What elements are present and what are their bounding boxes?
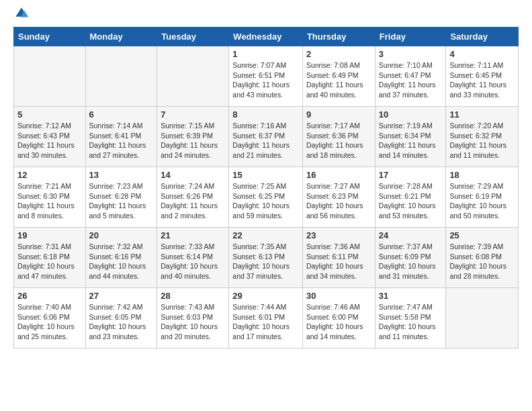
day-number: 27 <box>89 291 154 301</box>
calendar-cell: 16Sunrise: 7:27 AM Sunset: 6:23 PM Dayli… <box>302 167 375 228</box>
day-number: 8 <box>232 109 299 120</box>
week-row-5: 26Sunrise: 7:40 AM Sunset: 6:06 PM Dayli… <box>14 288 519 349</box>
calendar-cell: 19Sunrise: 7:31 AM Sunset: 6:18 PM Dayli… <box>14 228 86 288</box>
day-info: Sunrise: 7:32 AM Sunset: 6:16 PM Dayligh… <box>89 242 154 281</box>
calendar-cell: 17Sunrise: 7:28 AM Sunset: 6:21 PM Dayli… <box>375 167 446 228</box>
day-number: 28 <box>161 291 225 301</box>
day-info: Sunrise: 7:14 AM Sunset: 6:41 PM Dayligh… <box>89 121 154 161</box>
day-info: Sunrise: 7:31 AM Sunset: 6:18 PM Dayligh… <box>17 242 82 281</box>
week-row-4: 19Sunrise: 7:31 AM Sunset: 6:18 PM Dayli… <box>14 228 519 288</box>
calendar-cell: 6Sunrise: 7:14 AM Sunset: 6:41 PM Daylig… <box>85 107 157 167</box>
day-info: Sunrise: 7:46 AM Sunset: 6:00 PM Dayligh… <box>306 302 371 342</box>
header-day-saturday: Saturday <box>446 28 519 46</box>
day-number: 23 <box>306 230 371 240</box>
day-number: 21 <box>161 230 225 240</box>
calendar-cell: 2Sunrise: 7:08 AM Sunset: 6:49 PM Daylig… <box>302 46 375 107</box>
day-info: Sunrise: 7:39 AM Sunset: 6:08 PM Dayligh… <box>449 242 515 281</box>
day-number: 26 <box>17 291 82 301</box>
calendar-cell: 18Sunrise: 7:29 AM Sunset: 6:19 PM Dayli… <box>446 167 519 228</box>
week-row-3: 12Sunrise: 7:21 AM Sunset: 6:30 PM Dayli… <box>14 167 519 228</box>
day-info: Sunrise: 7:16 AM Sunset: 6:37 PM Dayligh… <box>232 121 299 161</box>
calendar-cell <box>14 46 86 107</box>
day-number: 15 <box>232 170 299 180</box>
calendar-cell: 26Sunrise: 7:40 AM Sunset: 6:06 PM Dayli… <box>14 288 86 349</box>
calendar-cell <box>157 46 229 107</box>
logo-icon <box>15 7 28 20</box>
day-info: Sunrise: 7:36 AM Sunset: 6:11 PM Dayligh… <box>306 242 371 281</box>
day-number: 22 <box>232 230 299 240</box>
calendar-cell: 10Sunrise: 7:19 AM Sunset: 6:34 PM Dayli… <box>375 107 446 167</box>
day-info: Sunrise: 7:27 AM Sunset: 6:23 PM Dayligh… <box>306 181 371 221</box>
calendar-cell: 25Sunrise: 7:39 AM Sunset: 6:08 PM Dayli… <box>446 228 519 288</box>
calendar-cell: 9Sunrise: 7:17 AM Sunset: 6:36 PM Daylig… <box>302 107 375 167</box>
calendar-cell: 30Sunrise: 7:46 AM Sunset: 6:00 PM Dayli… <box>302 288 375 349</box>
day-info: Sunrise: 7:20 AM Sunset: 6:32 PM Dayligh… <box>449 121 515 161</box>
day-number: 16 <box>306 170 371 180</box>
header-row: SundayMondayTuesdayWednesdayThursdayFrid… <box>14 28 519 46</box>
day-info: Sunrise: 7:40 AM Sunset: 6:06 PM Dayligh… <box>17 302 82 342</box>
day-info: Sunrise: 7:28 AM Sunset: 6:21 PM Dayligh… <box>379 181 443 221</box>
day-number: 12 <box>17 170 82 180</box>
day-number: 3 <box>379 49 443 59</box>
day-info: Sunrise: 7:11 AM Sunset: 6:45 PM Dayligh… <box>449 60 515 100</box>
day-info: Sunrise: 7:35 AM Sunset: 6:13 PM Dayligh… <box>232 242 299 281</box>
day-number: 25 <box>449 230 515 240</box>
day-number: 1 <box>232 49 299 59</box>
header-day-tuesday: Tuesday <box>157 28 229 46</box>
page-header <box>13 13 519 20</box>
calendar-cell: 3Sunrise: 7:10 AM Sunset: 6:47 PM Daylig… <box>375 46 446 107</box>
day-number: 19 <box>17 230 82 240</box>
day-number: 13 <box>89 170 154 180</box>
calendar-cell: 23Sunrise: 7:36 AM Sunset: 6:11 PM Dayli… <box>302 228 375 288</box>
calendar-cell: 28Sunrise: 7:43 AM Sunset: 6:03 PM Dayli… <box>157 288 229 349</box>
day-number: 6 <box>89 109 154 120</box>
day-info: Sunrise: 7:25 AM Sunset: 6:25 PM Dayligh… <box>232 181 299 221</box>
day-number: 29 <box>232 291 299 301</box>
calendar-cell: 22Sunrise: 7:35 AM Sunset: 6:13 PM Dayli… <box>229 228 303 288</box>
day-number: 2 <box>306 49 371 59</box>
day-info: Sunrise: 7:19 AM Sunset: 6:34 PM Dayligh… <box>379 121 443 161</box>
calendar-cell: 27Sunrise: 7:42 AM Sunset: 6:05 PM Dayli… <box>85 288 157 349</box>
calendar-cell: 4Sunrise: 7:11 AM Sunset: 6:45 PM Daylig… <box>446 46 519 107</box>
day-info: Sunrise: 7:24 AM Sunset: 6:26 PM Dayligh… <box>161 181 225 221</box>
calendar-cell: 29Sunrise: 7:44 AM Sunset: 6:01 PM Dayli… <box>229 288 303 349</box>
calendar-cell: 7Sunrise: 7:15 AM Sunset: 6:39 PM Daylig… <box>157 107 229 167</box>
day-number: 11 <box>449 109 515 120</box>
calendar-table: SundayMondayTuesdayWednesdayThursdayFrid… <box>13 27 519 349</box>
day-number: 20 <box>89 230 154 240</box>
day-info: Sunrise: 7:33 AM Sunset: 6:14 PM Dayligh… <box>161 242 225 281</box>
day-number: 9 <box>306 109 371 120</box>
week-row-1: 1Sunrise: 7:07 AM Sunset: 6:51 PM Daylig… <box>14 46 519 107</box>
day-info: Sunrise: 7:29 AM Sunset: 6:19 PM Dayligh… <box>449 181 515 221</box>
day-info: Sunrise: 7:23 AM Sunset: 6:28 PM Dayligh… <box>89 181 154 221</box>
calendar-cell: 31Sunrise: 7:47 AM Sunset: 5:58 PM Dayli… <box>375 288 446 349</box>
day-info: Sunrise: 7:12 AM Sunset: 6:43 PM Dayligh… <box>17 121 82 161</box>
day-number: 31 <box>379 291 443 301</box>
week-row-2: 5Sunrise: 7:12 AM Sunset: 6:43 PM Daylig… <box>14 107 519 167</box>
day-number: 10 <box>379 109 443 120</box>
day-number: 18 <box>449 170 515 180</box>
day-number: 14 <box>161 170 225 180</box>
header-day-sunday: Sunday <box>14 28 86 46</box>
calendar-body: 1Sunrise: 7:07 AM Sunset: 6:51 PM Daylig… <box>14 46 519 349</box>
calendar-cell: 15Sunrise: 7:25 AM Sunset: 6:25 PM Dayli… <box>229 167 303 228</box>
day-info: Sunrise: 7:47 AM Sunset: 5:58 PM Dayligh… <box>379 302 443 342</box>
calendar-cell <box>85 46 157 107</box>
day-number: 17 <box>379 170 443 180</box>
day-info: Sunrise: 7:42 AM Sunset: 6:05 PM Dayligh… <box>89 302 154 342</box>
calendar-cell <box>446 288 519 349</box>
day-info: Sunrise: 7:07 AM Sunset: 6:51 PM Dayligh… <box>232 60 299 100</box>
calendar-cell: 1Sunrise: 7:07 AM Sunset: 6:51 PM Daylig… <box>229 46 303 107</box>
day-info: Sunrise: 7:10 AM Sunset: 6:47 PM Dayligh… <box>379 60 443 100</box>
day-info: Sunrise: 7:08 AM Sunset: 6:49 PM Dayligh… <box>306 60 371 100</box>
day-number: 24 <box>379 230 443 240</box>
calendar-cell: 14Sunrise: 7:24 AM Sunset: 6:26 PM Dayli… <box>157 167 229 228</box>
day-info: Sunrise: 7:37 AM Sunset: 6:09 PM Dayligh… <box>379 242 443 281</box>
calendar-cell: 20Sunrise: 7:32 AM Sunset: 6:16 PM Dayli… <box>85 228 157 288</box>
calendar-cell: 11Sunrise: 7:20 AM Sunset: 6:32 PM Dayli… <box>446 107 519 167</box>
day-info: Sunrise: 7:44 AM Sunset: 6:01 PM Dayligh… <box>232 302 299 342</box>
calendar-cell: 13Sunrise: 7:23 AM Sunset: 6:28 PM Dayli… <box>85 167 157 228</box>
calendar-cell: 21Sunrise: 7:33 AM Sunset: 6:14 PM Dayli… <box>157 228 229 288</box>
day-info: Sunrise: 7:21 AM Sunset: 6:30 PM Dayligh… <box>17 181 82 221</box>
day-number: 4 <box>449 49 515 59</box>
